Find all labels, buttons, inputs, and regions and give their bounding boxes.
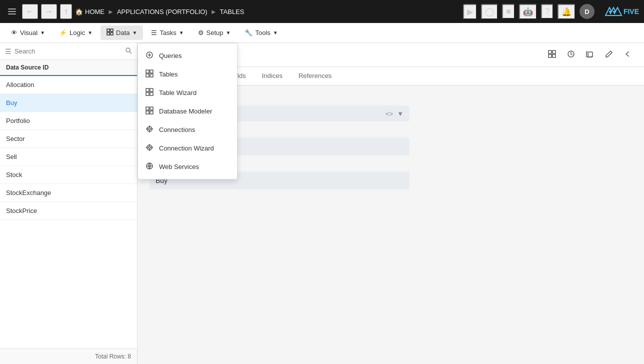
back-nav-button[interactable] xyxy=(620,47,636,63)
sidebar-footer: Total Rows: 8 xyxy=(0,348,137,364)
topbar: ← → ↑ 🏠 HOME ► APPLICATIONS (PORTFOLIO) … xyxy=(0,0,644,23)
hamburger-menu[interactable] xyxy=(5,6,19,18)
table-wizard-icon xyxy=(145,88,154,98)
menu-logic[interactable]: ⚡ Logic ▼ xyxy=(53,26,98,40)
svg-rect-13 xyxy=(150,88,153,92)
sidebar-filter-icon[interactable]: ☰ xyxy=(5,48,12,56)
tools-chevron: ▼ xyxy=(273,30,278,36)
svg-point-23 xyxy=(148,146,150,148)
sidebar-item-sell[interactable]: Sell xyxy=(0,148,137,166)
sidebar-item-portfolio[interactable]: Portfolio xyxy=(0,112,137,130)
dropdown-web-services[interactable]: Web Services xyxy=(138,158,237,176)
search-input[interactable] xyxy=(14,48,125,55)
tasks-chevron: ▼ xyxy=(179,30,184,36)
svg-rect-14 xyxy=(146,92,149,96)
connection-wizard-icon xyxy=(145,144,154,153)
five-logo: FIVE xyxy=(604,6,639,18)
back-button[interactable]: ← xyxy=(22,4,38,19)
breadcrumb-home[interactable]: 🏠 HOME xyxy=(75,8,104,16)
dropdown-connections[interactable]: Connections xyxy=(138,120,237,139)
svg-rect-8 xyxy=(146,70,149,73)
menu-tasks[interactable]: ☰ Tasks ▼ xyxy=(145,26,190,40)
svg-rect-2 xyxy=(110,29,113,32)
user-avatar[interactable]: D xyxy=(580,4,594,19)
sidebar-item-sector[interactable]: Sector xyxy=(0,130,137,148)
svg-rect-3 xyxy=(107,32,110,35)
menu-visual[interactable]: 👁 Visual ▼ xyxy=(5,26,51,40)
grid-view-button[interactable] xyxy=(544,47,560,63)
notification-button[interactable]: 🔔 xyxy=(558,4,576,20)
visual-chevron: ▼ xyxy=(40,30,45,36)
breadcrumb-sep-2: ► xyxy=(210,8,217,16)
menu-tools[interactable]: 🔧 Tools ▼ xyxy=(238,26,284,40)
code-icon[interactable]: <> xyxy=(386,110,393,118)
breadcrumb: 🏠 HOME ► APPLICATIONS (PORTFOLIO) ► TABL… xyxy=(75,8,244,16)
tools-icon: 🔧 xyxy=(244,29,252,36)
sidebar-item-stockprice[interactable]: StockPrice xyxy=(0,202,137,220)
sidebar-column-header: Data Source ID xyxy=(0,60,137,76)
visual-icon: 👁 xyxy=(11,29,18,36)
db-modeler-icon xyxy=(145,106,154,116)
web-services-icon xyxy=(145,162,154,172)
svg-rect-10 xyxy=(146,74,149,77)
breadcrumb-tables[interactable]: TABLES xyxy=(220,8,244,16)
breadcrumb-applications[interactable]: APPLICATIONS (PORTFOLIO) xyxy=(117,8,208,16)
topbar-right: ▶ ◯ ■ 🤖 ? 🔔 D FIVE xyxy=(463,4,639,20)
dropdown-connection-wizard[interactable]: Connection Wizard xyxy=(138,139,237,158)
sidebar-search-bar: ☰ xyxy=(0,43,137,60)
tab-indices[interactable]: Indices xyxy=(254,67,290,86)
dropdown-queries[interactable]: Queries xyxy=(138,46,237,65)
preview-button[interactable]: ◯ xyxy=(481,4,498,20)
search-icon[interactable] xyxy=(125,47,132,56)
svg-rect-9 xyxy=(150,70,153,73)
menubar: 👁 Visual ▼ ⚡ Logic ▼ Data ▼ ☰ Tasks ▼ ⚙ … xyxy=(0,23,644,43)
history-button[interactable] xyxy=(563,47,579,63)
sidebar-list: Allocation Buy Portfolio Sector Sell Sto… xyxy=(0,76,137,348)
svg-point-5 xyxy=(126,48,130,52)
svg-rect-19 xyxy=(150,111,153,114)
dropdown-tables[interactable]: Tables xyxy=(138,65,237,84)
svg-rect-25 xyxy=(548,50,552,54)
sidebar: ☰ Data Source ID Allocation Buy Portfoli… xyxy=(0,43,138,364)
edit-button[interactable] xyxy=(601,47,617,63)
queries-icon xyxy=(145,51,154,60)
svg-line-6 xyxy=(130,52,132,54)
menu-setup[interactable]: ⚙ Setup ▼ xyxy=(192,26,237,40)
sidebar-item-allocation[interactable]: Allocation xyxy=(0,76,137,94)
connections-icon xyxy=(145,125,154,134)
home-icon: 🏠 xyxy=(75,8,83,16)
logic-icon: ⚡ xyxy=(59,29,67,36)
sidebar-item-buy[interactable]: Buy xyxy=(0,94,137,112)
menu-data[interactable]: Data ▼ xyxy=(100,26,143,40)
help-button[interactable]: ? xyxy=(541,4,554,19)
forward-button[interactable]: → xyxy=(41,4,57,19)
logic-chevron: ▼ xyxy=(88,30,92,36)
up-button[interactable]: ↑ xyxy=(60,4,72,19)
database-field-icons: <> ▼ xyxy=(386,110,404,118)
svg-point-21 xyxy=(148,128,150,130)
dropdown-db-modeler[interactable]: Database Modeler xyxy=(138,102,237,120)
svg-rect-17 xyxy=(150,107,153,110)
data-chevron: ▼ xyxy=(132,30,138,36)
data-dropdown: Queries Tables Table Wizard xyxy=(138,43,238,180)
svg-rect-1 xyxy=(107,29,110,32)
svg-rect-11 xyxy=(150,74,153,77)
svg-rect-18 xyxy=(146,111,149,114)
tab-references[interactable]: References xyxy=(290,67,340,86)
setup-chevron: ▼ xyxy=(226,30,231,36)
stop-button[interactable]: ■ xyxy=(502,4,515,19)
svg-rect-28 xyxy=(552,54,556,58)
svg-rect-15 xyxy=(150,92,153,96)
right-panel-actions xyxy=(544,47,636,63)
dropdown-table-wizard[interactable]: Table Wizard xyxy=(138,84,237,102)
bot-button[interactable]: 🤖 xyxy=(519,4,537,20)
breadcrumb-sep-1: ► xyxy=(108,8,114,16)
dropdown-chevron-icon[interactable]: ▼ xyxy=(397,110,404,118)
sidebar-item-stock[interactable]: Stock xyxy=(0,166,137,184)
svg-rect-27 xyxy=(548,54,552,58)
sidebar-item-stockexchange[interactable]: StockExchange xyxy=(0,184,137,202)
data-icon xyxy=(106,28,114,37)
copy-button[interactable] xyxy=(582,47,598,63)
play-button[interactable]: ▶ xyxy=(463,4,477,20)
tables-icon xyxy=(145,70,154,79)
